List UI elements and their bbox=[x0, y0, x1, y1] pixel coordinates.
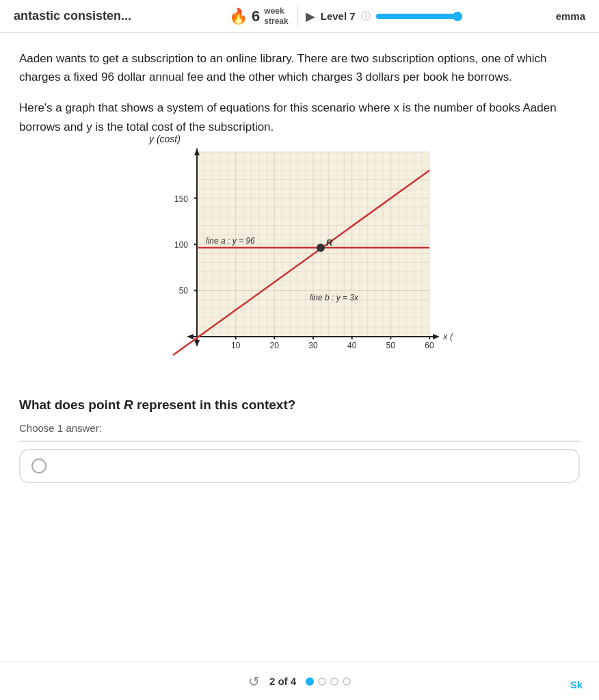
problem-paragraph2: Here's a graph that shows a system of eq… bbox=[19, 99, 580, 135]
svg-marker-57 bbox=[187, 334, 194, 339]
progress-dots bbox=[306, 677, 351, 686]
progress-dot-2 bbox=[318, 677, 326, 686]
svg-text:line b : y = 3x: line b : y = 3x bbox=[310, 293, 359, 302]
play-icon[interactable]: ▶ bbox=[306, 9, 315, 24]
svg-text:line a : y = 96: line a : y = 96 bbox=[206, 236, 255, 246]
progress-dot-1 bbox=[306, 677, 314, 686]
streak-container: 🔥 6 week streak bbox=[229, 6, 289, 26]
svg-text:30: 30 bbox=[308, 341, 318, 350]
skip-button[interactable]: Sk bbox=[570, 679, 583, 690]
svg-text:40: 40 bbox=[347, 341, 357, 350]
svg-text:150: 150 bbox=[174, 194, 188, 204]
svg-point-81 bbox=[317, 244, 325, 252]
progress-dot-3 bbox=[330, 677, 338, 686]
question-text: What does point R represent in this cont… bbox=[19, 398, 580, 413]
flame-icon: 🔥 bbox=[229, 8, 248, 25]
option-circle-1 bbox=[31, 458, 46, 474]
svg-text:R: R bbox=[326, 237, 333, 248]
progress-text: 2 of 4 bbox=[269, 675, 296, 687]
svg-text:10: 10 bbox=[231, 341, 241, 350]
user-name: emma bbox=[556, 10, 585, 22]
svg-text:20: 20 bbox=[270, 341, 280, 350]
level-bar-fill bbox=[376, 14, 458, 19]
graph-container: y (cost) bbox=[135, 148, 464, 381]
refresh-icon[interactable]: ↺ bbox=[248, 673, 260, 690]
vertical-divider bbox=[297, 5, 297, 27]
svg-text:x (books): x (books) bbox=[442, 331, 453, 341]
top-bar: antastic consisten... 🔥 6 week streak ▶ … bbox=[0, 0, 599, 33]
svg-text:60: 60 bbox=[425, 341, 434, 350]
main-content: Aaden wants to get a subscription to an … bbox=[0, 33, 599, 545]
problem-paragraph1: Aaden wants to get a subscription to an … bbox=[19, 49, 580, 86]
svg-marker-56 bbox=[433, 334, 440, 339]
graph-wrapper: y (cost) bbox=[19, 148, 580, 381]
y-axis-label: y (cost) bbox=[149, 133, 181, 144]
answer-option-1[interactable] bbox=[19, 449, 580, 483]
choose-label: Choose 1 answer: bbox=[19, 422, 580, 434]
svg-text:50: 50 bbox=[386, 341, 396, 350]
level-progress-bar bbox=[376, 14, 458, 19]
app-title: antastic consisten... bbox=[14, 9, 131, 23]
streak-number: 6 bbox=[252, 8, 260, 25]
info-icon[interactable]: ⓘ bbox=[361, 10, 371, 23]
level-text: Level 7 bbox=[321, 10, 356, 22]
divider bbox=[19, 441, 580, 442]
graph-svg: 100 150 50 10 20 30 40 50 60 bbox=[173, 148, 453, 361]
streak-level-area: 🔥 6 week streak ▶ Level 7 ⓘ bbox=[229, 5, 458, 27]
level-bar-dot bbox=[453, 12, 462, 21]
svg-text:50: 50 bbox=[179, 286, 189, 296]
svg-text:100: 100 bbox=[174, 240, 188, 250]
level-container: ▶ Level 7 ⓘ bbox=[306, 9, 458, 24]
svg-marker-58 bbox=[194, 340, 200, 347]
progress-dot-4 bbox=[343, 677, 351, 686]
bottom-bar: ↺ 2 of 4 bbox=[0, 662, 599, 700]
streak-label: week streak bbox=[264, 6, 288, 26]
